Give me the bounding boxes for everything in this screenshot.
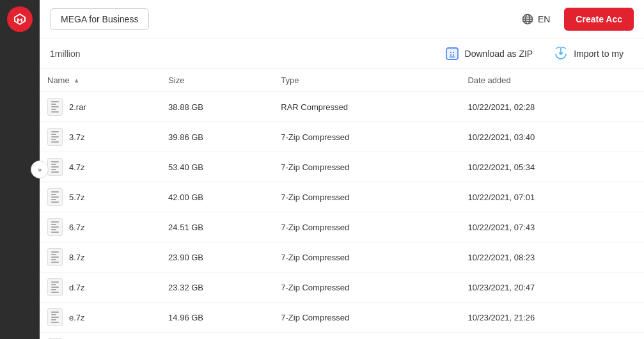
sort-icon: ▲ — [74, 77, 80, 84]
create-account-button[interactable]: Create Acc — [564, 8, 634, 31]
mega-logo[interactable] — [7, 6, 33, 32]
file-type: 7-Zip Compressed — [273, 333, 460, 340]
file-size: 23.90 GB — [161, 242, 273, 272]
import-label: Import to my — [574, 49, 624, 59]
file-name-cell: f.7z — [40, 333, 161, 340]
file-name-cell: e.7z — [40, 303, 161, 333]
file-table: Name ▲ Size Type Date added — [40, 69, 644, 339]
download-zip-button[interactable]: Download as ZIP — [434, 41, 544, 67]
topbar: MEGA for Business EN Create Acc — [40, 0, 644, 38]
file-type: 7-Zip Compressed — [273, 212, 460, 242]
file-name: 5.7z — [69, 193, 85, 202]
file-icon — [47, 98, 63, 116]
file-icon — [47, 128, 63, 146]
file-date: 10/22/2021, 05:34 — [460, 152, 644, 182]
file-icon — [47, 218, 63, 236]
table-row[interactable]: f.7z 12.57 GB7-Zip Compressed10/23/2021,… — [40, 333, 644, 340]
globe-icon — [521, 13, 534, 26]
file-type: 7-Zip Compressed — [273, 272, 460, 303]
file-name-cell: 6.7z — [40, 212, 161, 242]
file-icon — [47, 278, 63, 296]
file-date: 10/23/2021, 21:43 — [460, 333, 644, 340]
file-type: 7-Zip Compressed — [273, 122, 460, 152]
file-icon — [47, 158, 63, 176]
file-date: 10/22/2021, 07:43 — [460, 212, 644, 242]
file-type: 7-Zip Compressed — [273, 152, 460, 182]
file-type: 7-Zip Compressed — [273, 303, 460, 333]
col-header-size[interactable]: Size — [161, 69, 273, 92]
file-name: 4.7z — [69, 162, 85, 172]
col-header-name[interactable]: Name ▲ — [40, 69, 161, 92]
col-header-date[interactable]: Date added — [460, 69, 644, 92]
file-type: RAR Compressed — [273, 92, 460, 122]
file-date: 10/23/2021, 20:47 — [460, 272, 644, 303]
main-content: MEGA for Business EN Create Acc 1million… — [40, 0, 644, 339]
svg-rect-5 — [446, 48, 458, 59]
file-name-cell: 3.7z — [40, 122, 161, 152]
file-name: 3.7z — [69, 132, 85, 142]
table-row[interactable]: e.7z 14.96 GB7-Zip Compressed10/23/2021,… — [40, 303, 644, 333]
language-selector[interactable]: EN — [515, 9, 556, 29]
file-size: 23.32 GB — [161, 272, 273, 303]
mega-business-button[interactable]: MEGA for Business — [50, 8, 149, 30]
file-size: 39.86 GB — [161, 122, 273, 152]
file-name-cell: 2.rar — [40, 92, 161, 122]
file-name-cell: 8.7z — [40, 242, 161, 272]
file-name: d.7z — [69, 283, 85, 292]
file-icon — [47, 248, 63, 266]
download-zip-label: Download as ZIP — [465, 49, 533, 59]
subtitle-bar: 1million Download as ZIP Import to my — [40, 38, 644, 69]
table-row[interactable]: 2.rar 38.88 GBRAR Compressed10/22/2021, … — [40, 92, 644, 122]
file-date: 10/23/2021, 21:26 — [460, 303, 644, 333]
table-row[interactable]: 4.7z 53.40 GB7-Zip Compressed10/22/2021,… — [40, 152, 644, 182]
file-size: 24.51 GB — [161, 212, 273, 242]
table-row[interactable]: 6.7z 24.51 GB7-Zip Compressed10/22/2021,… — [40, 212, 644, 242]
col-header-type[interactable]: Type — [273, 69, 460, 92]
table-row[interactable]: 8.7z 23.90 GB7-Zip Compressed10/22/2021,… — [40, 242, 644, 272]
download-zip-icon — [444, 46, 460, 61]
file-size: 53.40 GB — [161, 152, 273, 182]
file-date: 10/22/2021, 08:23 — [460, 242, 644, 272]
file-name-cell: 5.7z — [40, 182, 161, 212]
file-date: 10/22/2021, 03:40 — [460, 122, 644, 152]
folder-name: 1million — [50, 49, 434, 59]
file-icon — [47, 308, 63, 326]
import-button[interactable]: Import to my — [543, 41, 634, 67]
file-size: 42.00 GB — [161, 182, 273, 212]
file-name: 2.rar — [69, 102, 86, 112]
file-name: 8.7z — [69, 253, 85, 262]
file-icon — [47, 188, 63, 206]
file-size: 38.88 GB — [161, 92, 273, 122]
file-name: 6.7z — [69, 223, 85, 232]
file-name: e.7z — [69, 313, 85, 322]
file-size: 12.57 GB — [161, 333, 273, 340]
file-date: 10/22/2021, 07:01 — [460, 182, 644, 212]
table-row[interactable]: d.7z 23.32 GB7-Zip Compressed10/23/2021,… — [40, 272, 644, 303]
file-type: 7-Zip Compressed — [273, 242, 460, 272]
language-label: EN — [538, 14, 550, 24]
file-date: 10/22/2021, 02:28 — [460, 92, 644, 122]
table-row[interactable]: 5.7z 42.00 GB7-Zip Compressed10/22/2021,… — [40, 182, 644, 212]
import-icon — [553, 46, 569, 61]
file-type: 7-Zip Compressed — [273, 182, 460, 212]
sidebar-toggle[interactable]: » — [31, 161, 49, 178]
file-name-cell: d.7z — [40, 272, 161, 303]
file-size: 14.96 GB — [161, 303, 273, 333]
sidebar: » — [0, 0, 40, 339]
table-row[interactable]: 3.7z 39.86 GB7-Zip Compressed10/22/2021,… — [40, 122, 644, 152]
file-name-cell: 4.7z — [40, 152, 161, 182]
